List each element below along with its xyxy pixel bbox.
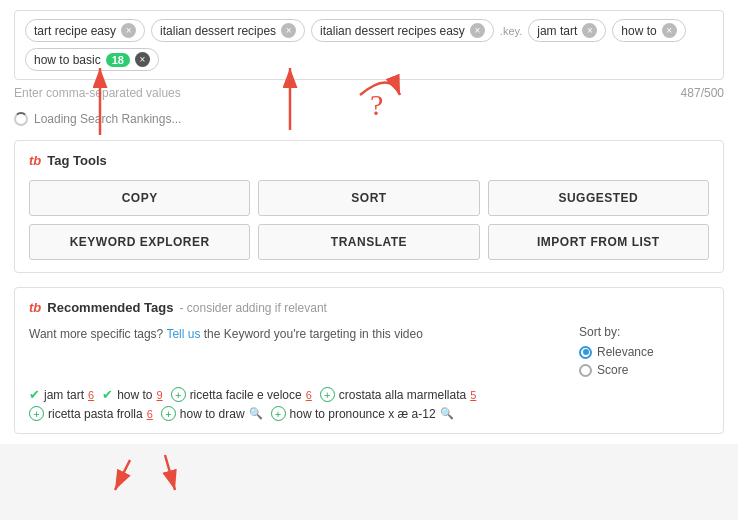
- loading-row: Loading Search Rankings...: [14, 106, 724, 132]
- sort-by-label: Sort by:: [579, 325, 709, 339]
- tag-chip-how-to[interactable]: how to ×: [612, 19, 685, 42]
- char-count: 487/500: [681, 86, 724, 100]
- tag-close-btn[interactable]: ×: [135, 52, 150, 67]
- rec-body: Want more specific tags? Tell us the Key…: [29, 325, 709, 377]
- top-tags-row: tart recipe easy × italian dessert recip…: [14, 10, 724, 80]
- recommended-tags-section: tb Recommended Tags - consider adding if…: [14, 287, 724, 434]
- rec-subtitle: - consider adding if relevant: [179, 301, 326, 315]
- tb-logo-2: tb: [29, 300, 41, 315]
- search-icon: 🔍: [249, 407, 263, 420]
- score-label: Score: [597, 363, 628, 377]
- tag-label: italian dessert recipes easy: [320, 24, 465, 38]
- relevance-radio[interactable]: [579, 346, 592, 359]
- tag-chip[interactable]: italian dessert recipes ×: [151, 19, 305, 42]
- rec-tag-crostata[interactable]: + crostata alla marmellata 5: [320, 387, 477, 402]
- tag-chip-how-to-basic[interactable]: how to basic 18 ×: [25, 48, 159, 71]
- rec-tag-ricetta[interactable]: + ricetta facile e veloce 6: [171, 387, 312, 402]
- tag-tools-label: Tag Tools: [47, 153, 106, 168]
- rec-tag-pasta-frolla[interactable]: + ricetta pasta frolla 6: [29, 406, 153, 421]
- tag-close-btn[interactable]: ×: [662, 23, 677, 38]
- rec-tag-label: jam tart: [44, 388, 84, 402]
- import-from-list-button[interactable]: IMPORT FROM LIST: [488, 224, 709, 260]
- rec-tag-label: ricetta pasta frolla: [48, 407, 143, 421]
- input-placeholder: Enter comma-separated values: [14, 86, 181, 100]
- tag-score: 5: [470, 389, 476, 401]
- tag-tools-title: tb Tag Tools: [29, 153, 709, 168]
- tag-close-btn[interactable]: ×: [582, 23, 597, 38]
- tools-grid: COPY SORT SUGGESTED KEYWORD EXPLORER TRA…: [29, 180, 709, 260]
- score-radio[interactable]: [579, 364, 592, 377]
- sort-relevance-option[interactable]: Relevance: [579, 345, 709, 359]
- plus-icon: +: [161, 406, 176, 421]
- suggested-button[interactable]: SUGGESTED: [488, 180, 709, 216]
- sort-score-option[interactable]: Score: [579, 363, 709, 377]
- tag-chip[interactable]: tart recipe easy ×: [25, 19, 145, 42]
- sort-panel: Sort by: Relevance Score: [579, 325, 709, 377]
- svg-line-5: [165, 455, 175, 490]
- rec-tag-how-to-pronounce[interactable]: + how to pronounce x æ a-12 🔍: [271, 406, 454, 421]
- plus-icon: +: [271, 406, 286, 421]
- plus-icon: +: [29, 406, 44, 421]
- rec-header: tb Recommended Tags - consider adding if…: [29, 300, 709, 315]
- tag-close-btn[interactable]: ×: [281, 23, 296, 38]
- plus-icon: +: [320, 387, 335, 402]
- tag-close-btn[interactable]: ×: [121, 23, 136, 38]
- rec-tag-label: how to: [117, 388, 152, 402]
- check-icon: ✔: [29, 387, 40, 402]
- rec-tag-jam-tart[interactable]: ✔ jam tart 6: [29, 387, 94, 402]
- loading-spinner: [14, 112, 28, 126]
- rec-tags-row: ✔ jam tart 6 ✔ how to 9 + ricetta facile…: [29, 387, 709, 402]
- tell-us-link[interactable]: Tell us: [166, 327, 200, 341]
- badge-count: 18: [106, 53, 130, 67]
- tag-label: how to: [621, 24, 656, 38]
- relevance-label: Relevance: [597, 345, 654, 359]
- tag-tools-section: tb Tag Tools COPY SORT SUGGESTED KEYWORD…: [14, 140, 724, 273]
- plus-icon: +: [171, 387, 186, 402]
- tag-score: 6: [88, 389, 94, 401]
- tag-label: tart recipe easy: [34, 24, 116, 38]
- tag-close-btn[interactable]: ×: [470, 23, 485, 38]
- tag-score: 9: [157, 389, 163, 401]
- loading-text: Loading Search Rankings...: [34, 112, 181, 126]
- tb-logo: tb: [29, 153, 41, 168]
- tag-score: 6: [306, 389, 312, 401]
- rec-tag-how-to[interactable]: ✔ how to 9: [102, 387, 162, 402]
- tag-score: 6: [147, 408, 153, 420]
- check-icon: ✔: [102, 387, 113, 402]
- keyword-explorer-button[interactable]: KEYWORD EXPLORER: [29, 224, 250, 260]
- tag-chip[interactable]: italian dessert recipes easy ×: [311, 19, 494, 42]
- tag-label: how to basic: [34, 53, 101, 67]
- rec-tags-row-2: + ricetta pasta frolla 6 + how to draw 🔍…: [29, 406, 709, 421]
- rec-tag-label: ricetta facile e veloce: [190, 388, 302, 402]
- rec-title: Recommended Tags: [47, 300, 173, 315]
- rec-tag-label: how to pronounce x æ a-12: [290, 407, 436, 421]
- translate-button[interactable]: TRANSLATE: [258, 224, 479, 260]
- rec-body-text: Want more specific tags? Tell us the Key…: [29, 325, 569, 344]
- rec-tag-label: how to draw: [180, 407, 245, 421]
- tag-input-row: Enter comma-separated values 487/500: [14, 80, 724, 106]
- rec-tag-how-to-draw[interactable]: + how to draw 🔍: [161, 406, 263, 421]
- sort-button[interactable]: SORT: [258, 180, 479, 216]
- tag-label: jam tart: [537, 24, 577, 38]
- copy-button[interactable]: COPY: [29, 180, 250, 216]
- rec-tag-label: crostata alla marmellata: [339, 388, 466, 402]
- tag-label: italian dessert recipes: [160, 24, 276, 38]
- search-icon: 🔍: [440, 407, 454, 420]
- tag-chip[interactable]: jam tart ×: [528, 19, 606, 42]
- svg-line-4: [115, 460, 130, 490]
